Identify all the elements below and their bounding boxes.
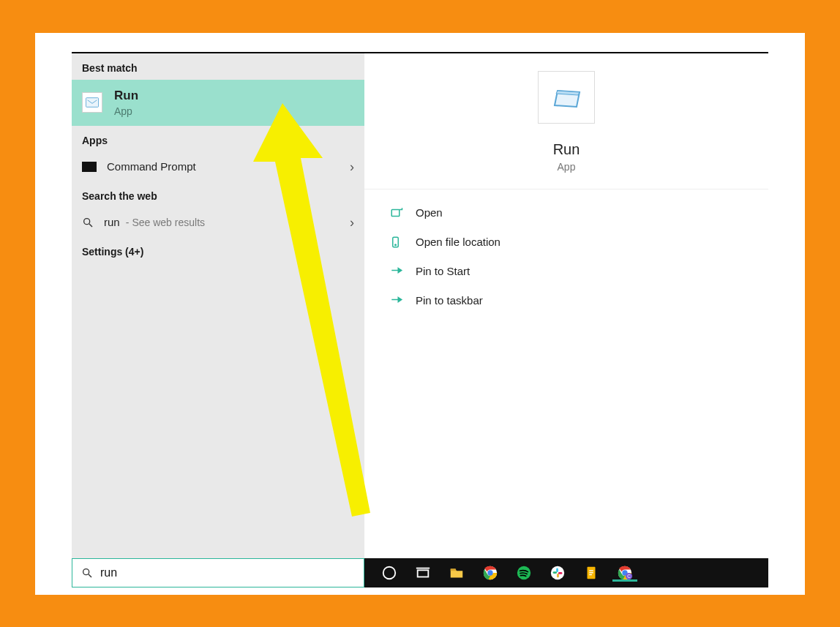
chrome-icon[interactable] (481, 564, 499, 582)
magnifier-icon (82, 217, 94, 228)
taskbar-active-indicator (612, 579, 637, 582)
slack-icon[interactable] (549, 564, 566, 582)
preview-subtitle: App (558, 161, 576, 173)
svg-point-6 (83, 568, 89, 574)
action-open[interactable]: Open (364, 198, 768, 228)
svg-text:C: C (627, 574, 631, 579)
folder-location-icon (389, 235, 404, 249)
taskbar-tray: C (364, 558, 768, 587)
svg-point-1 (84, 218, 90, 224)
results-pane: Best match Run App Apps Command Prompt › (72, 53, 364, 558)
apps-item-command-prompt[interactable]: Command Prompt › (72, 152, 364, 181)
svg-line-7 (89, 574, 91, 577)
web-result-run[interactable]: run - See web results › (72, 208, 364, 237)
svg-rect-16 (556, 568, 558, 572)
web-hint: - See web results (126, 217, 205, 228)
section-best-match: Best match (72, 53, 364, 80)
chevron-right-icon: › (350, 159, 354, 174)
web-result-text: run - See web results (104, 216, 205, 228)
svg-rect-23 (589, 574, 592, 574)
svg-point-8 (383, 566, 396, 579)
svg-point-5 (395, 244, 397, 246)
action-open-file-location[interactable]: Open file location (364, 228, 768, 257)
open-icon (389, 206, 404, 220)
chevron-right-icon: › (350, 214, 354, 230)
cortana-icon[interactable] (380, 564, 398, 582)
chrome-profile-icon[interactable]: C (616, 564, 634, 582)
command-prompt-label: Command Prompt (107, 160, 196, 173)
svg-rect-19 (558, 572, 563, 574)
action-list: Open Open file location Pin to Start (364, 189, 768, 324)
action-open-loc-label: Open file location (416, 236, 500, 248)
section-apps: Apps (72, 126, 364, 152)
action-pin-to-start[interactable]: Pin to Start (364, 257, 768, 286)
best-match-title: Run (114, 89, 138, 103)
preview-header: Run App (364, 53, 768, 189)
action-pin-to-taskbar[interactable]: Pin to taskbar (364, 286, 768, 315)
web-term: run (104, 216, 120, 228)
spotify-icon[interactable] (515, 564, 533, 582)
screenshot-canvas: Best match Run App Apps Command Prompt › (35, 33, 805, 595)
svg-rect-18 (557, 573, 559, 577)
google-docs-icon[interactable] (582, 564, 600, 582)
best-match-run[interactable]: Run App (72, 80, 364, 126)
preview-title: Run (553, 141, 580, 158)
search-input[interactable] (100, 566, 355, 579)
taskbar-search-box[interactable] (72, 558, 364, 587)
panes: Best match Run App Apps Command Prompt › (72, 53, 768, 558)
file-explorer-icon[interactable] (448, 564, 465, 582)
section-search-web: Search the web (72, 181, 364, 208)
command-prompt-icon (82, 162, 97, 172)
svg-point-13 (487, 570, 492, 575)
run-app-icon (82, 92, 102, 113)
section-settings[interactable]: Settings (4+) (72, 237, 364, 263)
svg-rect-21 (589, 570, 593, 571)
svg-rect-3 (391, 209, 400, 216)
svg-point-15 (551, 566, 564, 579)
svg-line-2 (89, 224, 92, 227)
magnifier-icon (81, 567, 93, 579)
best-match-subtitle: App (114, 105, 138, 117)
svg-rect-9 (418, 570, 429, 577)
svg-rect-11 (451, 568, 456, 571)
action-pin-start-label: Pin to Start (416, 265, 470, 277)
preview-pane: Run App Open Open file location (364, 53, 768, 558)
taskbar: C (72, 558, 768, 587)
action-pin-taskbar-label: Pin to taskbar (416, 294, 483, 307)
start-search-panel: Best match Run App Apps Command Prompt › (72, 52, 768, 587)
best-match-text: Run App (114, 89, 138, 117)
task-view-icon[interactable] (414, 564, 432, 582)
svg-rect-22 (589, 572, 593, 573)
pin-taskbar-icon (389, 293, 404, 308)
preview-app-icon (538, 71, 595, 124)
svg-rect-0 (86, 98, 98, 108)
svg-rect-17 (553, 571, 558, 574)
action-open-label: Open (416, 206, 443, 219)
pin-start-icon (389, 264, 404, 279)
